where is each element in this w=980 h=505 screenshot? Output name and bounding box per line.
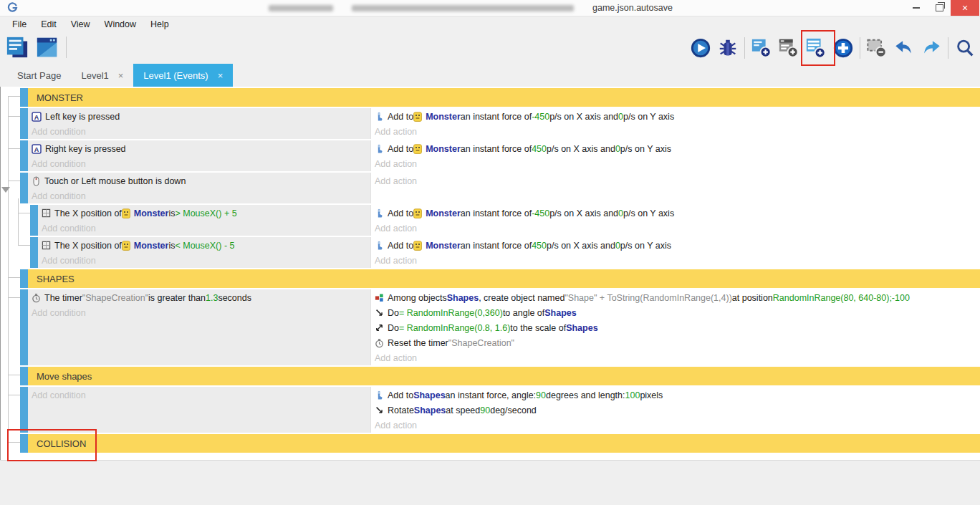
text-segment: "ShapeCreation"	[448, 338, 514, 348]
add-action-button[interactable]: Add action	[371, 418, 980, 433]
text-segment: = RandomInRange(0.8, 1.6)	[399, 323, 510, 333]
text-segment: an instant force of	[461, 112, 532, 122]
minimize-button[interactable]	[905, 0, 928, 16]
event-row[interactable]: The X position of Monster is > MouseX() …	[30, 205, 980, 236]
condition[interactable]: The X position of Monster is < MouseX() …	[38, 238, 370, 253]
start-page-icon[interactable]	[36, 36, 59, 59]
event-drag-bar[interactable]	[20, 434, 28, 453]
action[interactable]: Reset the timer "ShapeCreation"	[371, 335, 980, 350]
add-action-button[interactable]: Add action	[371, 173, 980, 188]
add-action-button[interactable]: Add action	[371, 350, 980, 365]
condition[interactable]: ARight key is pressed	[28, 141, 370, 156]
event-group-header[interactable]: COLLISION	[20, 434, 980, 453]
event-group-header[interactable]: MONSTER	[20, 88, 980, 107]
event-drag-bar[interactable]	[20, 289, 28, 365]
action[interactable]: Add to Monster an instant force of 450 p…	[371, 238, 980, 253]
menu-view[interactable]: View	[64, 19, 97, 29]
action[interactable]: Do = RandomInRange(0.8, 1.6) to the scal…	[371, 320, 980, 335]
delete-event-icon[interactable]	[866, 36, 888, 60]
actions-column: Add to Monster an instant force of 450 p…	[370, 140, 980, 171]
event-row[interactable]: The timer "ShapeCreation" is greater tha…	[20, 289, 980, 365]
add-condition-button[interactable]: Add condition	[28, 124, 370, 139]
text-segment: Monster	[426, 144, 461, 154]
menu-window[interactable]: Window	[97, 19, 143, 29]
event-group-header[interactable]: SHAPES	[20, 269, 980, 288]
position-icon	[42, 241, 51, 250]
add-action-button[interactable]: Add action	[371, 124, 980, 139]
event-drag-bar[interactable]	[30, 237, 38, 268]
project-manager-icon[interactable]	[6, 36, 29, 59]
close-tab-icon[interactable]: ×	[118, 70, 124, 81]
event-drag-bar[interactable]	[20, 173, 28, 203]
restore-button[interactable]	[928, 0, 951, 16]
add-other-event-icon[interactable]	[832, 36, 854, 60]
event-row[interactable]: The X position of Monster is < MouseX() …	[30, 237, 980, 268]
action[interactable]: Do = RandomInRange(0,360) to angle of Sh…	[371, 305, 980, 320]
add-action-button[interactable]: Add action	[371, 253, 980, 268]
text-segment: to the scale of	[510, 323, 566, 333]
add-condition-button[interactable]: Add condition	[28, 156, 370, 171]
add-condition-button[interactable]: Add condition	[28, 188, 370, 203]
event-drag-bar[interactable]	[20, 269, 28, 288]
event-drag-bar[interactable]	[30, 205, 38, 236]
condition[interactable]: The timer "ShapeCreation" is greater tha…	[28, 290, 370, 305]
condition[interactable]: ALeft key is pressed	[28, 109, 370, 124]
action[interactable]: Rotate Shapes at speed 90deg/second	[371, 403, 980, 418]
event-drag-bar[interactable]	[20, 367, 28, 385]
event-drag-bar[interactable]	[20, 108, 28, 139]
text-segment: p/s on X axis and	[549, 112, 618, 122]
search-icon[interactable]	[954, 36, 976, 60]
toolbar-separator	[66, 37, 67, 58]
add-subevent-icon[interactable]	[778, 36, 799, 60]
add-action-button[interactable]: Add action	[371, 156, 980, 171]
group-label: Move shapes	[28, 367, 980, 385]
text-segment: Do	[388, 308, 399, 318]
event-group-header[interactable]: Move shapes	[20, 367, 980, 385]
condition[interactable]: Touch or Left mouse button is down	[28, 173, 370, 188]
add-condition-button[interactable]: Add condition	[28, 305, 370, 320]
tab-level1-events[interactable]: Level1 (Events)×	[133, 64, 233, 87]
text-segment: degrees and length:	[546, 390, 625, 400]
menu-help[interactable]: Help	[143, 19, 176, 29]
add-condition-button[interactable]: Add condition	[28, 388, 370, 403]
add-condition-button[interactable]: Add condition	[38, 253, 370, 268]
conditions-column: Add condition	[28, 387, 370, 433]
add-event-icon[interactable]	[751, 36, 772, 60]
text-segment: 100	[625, 390, 640, 400]
event-row[interactable]: ALeft key is pressedAdd conditionAdd to …	[20, 108, 980, 139]
debugger-icon[interactable]	[717, 36, 739, 60]
add-condition-button[interactable]: Add condition	[38, 221, 370, 236]
text-segment: Add to	[388, 241, 413, 251]
action[interactable]: Add to Monster an instant force of -450 …	[371, 109, 980, 124]
redo-icon[interactable]	[921, 36, 942, 60]
action[interactable]: Add to Monster an instant force of -450 …	[371, 206, 980, 221]
tab-level1[interactable]: Level1×	[71, 64, 133, 87]
play-icon[interactable]	[690, 36, 711, 60]
text-segment: deg/second	[490, 405, 537, 415]
condition[interactable]: The X position of Monster is > MouseX() …	[38, 206, 370, 221]
event-drag-bar[interactable]	[20, 387, 28, 433]
close-tab-icon[interactable]: ×	[218, 70, 224, 81]
toolbar-right-group	[690, 36, 976, 60]
tab-start-page[interactable]: Start Page	[7, 64, 71, 87]
add-comment-icon[interactable]	[805, 36, 827, 60]
event-row[interactable]: ARight key is pressedAdd conditionAdd to…	[20, 140, 980, 171]
action[interactable]: Among objects Shapes, create object name…	[371, 290, 980, 305]
event-row[interactable]: Add conditionAdd to Shapes an instant fo…	[20, 387, 980, 433]
event-row[interactable]: Touch or Left mouse button is downAdd co…	[20, 173, 980, 203]
undo-icon[interactable]	[893, 36, 915, 60]
actions-column: Add to Monster an instant force of 450 p…	[370, 237, 980, 268]
menu-file[interactable]: File	[5, 19, 34, 29]
close-button[interactable]: ×	[951, 0, 979, 16]
event-drag-bar[interactable]	[20, 140, 28, 171]
action[interactable]: Add to Shapes an instant force, angle: 9…	[371, 388, 980, 403]
text-segment: is	[168, 241, 175, 251]
group-label: MONSTER	[28, 88, 980, 107]
event-drag-bar[interactable]	[20, 88, 28, 107]
text-segment: Monster	[426, 241, 461, 251]
add-action-button[interactable]: Add action	[371, 221, 980, 236]
action[interactable]: Add to Monster an instant force of 450 p…	[371, 141, 980, 156]
menu-edit[interactable]: Edit	[34, 19, 64, 29]
text-segment: < MouseX() - 5	[175, 241, 234, 251]
force-icon	[375, 112, 384, 122]
